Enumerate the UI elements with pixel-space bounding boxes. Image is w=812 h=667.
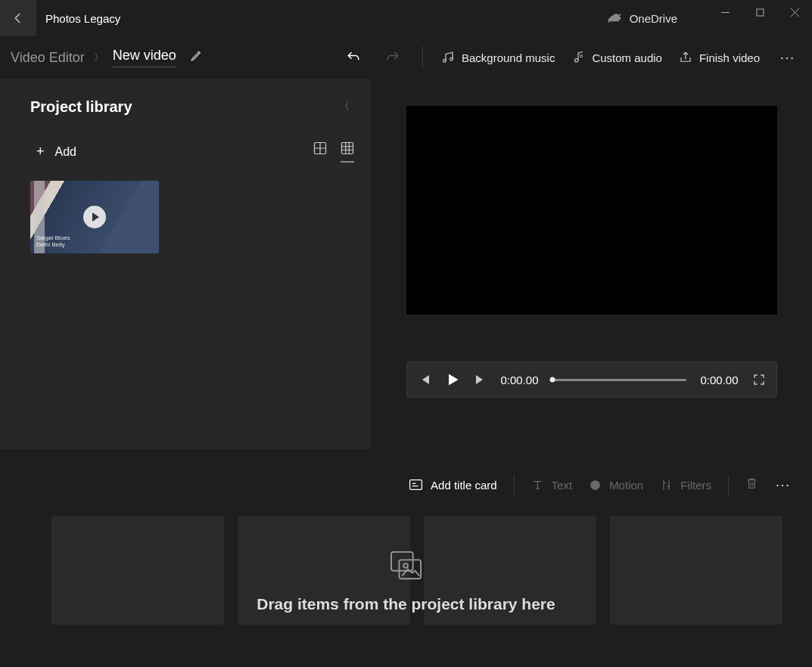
fullscreen-button[interactable] — [752, 373, 766, 386]
minimize-button[interactable] — [708, 0, 742, 24]
storyboard-separator — [514, 475, 515, 495]
storyboard-track[interactable]: Drag items from the project library here — [0, 516, 812, 652]
toolbar-more-button[interactable]: ⋯ — [773, 48, 801, 67]
redo-icon — [385, 50, 400, 65]
view-toggle-group — [313, 141, 354, 163]
trash-icon — [745, 476, 758, 490]
back-button[interactable] — [0, 0, 36, 36]
playback-controls: 0:00.00 0:00.00 — [406, 361, 777, 398]
undo-button[interactable] — [339, 43, 368, 72]
title-card-icon — [409, 479, 423, 491]
grid-large-icon — [313, 141, 327, 155]
library-clip-thumbnail[interactable]: Saigal Blues Delhi Belly — [30, 181, 159, 253]
motion-button: Motion — [589, 479, 643, 492]
storyboard-more-button[interactable]: ⋯ — [775, 476, 791, 494]
collapse-library-button[interactable]: 〈 — [334, 95, 354, 118]
breadcrumb: Video Editor 〉 New video — [11, 48, 203, 67]
motion-icon — [589, 479, 602, 492]
music-notes-icon — [441, 51, 455, 64]
preview-canvas[interactable] — [406, 106, 777, 315]
text-icon — [531, 479, 544, 492]
project-name[interactable]: New video — [113, 48, 176, 67]
filters-icon — [660, 479, 673, 492]
close-button[interactable] — [777, 0, 812, 24]
finish-video-button[interactable]: Finish video — [676, 46, 763, 69]
delete-clip-button — [745, 476, 758, 493]
onedrive-status[interactable]: OneDrive — [607, 12, 677, 25]
storyboard-area: Add title card Text Motion Filters ⋯ — [0, 449, 812, 652]
play-icon — [445, 372, 460, 387]
add-media-button[interactable]: + Add — [30, 139, 82, 164]
project-library-title: Project library — [30, 98, 132, 116]
title-bar: Photos Legacy OneDrive — [0, 0, 812, 36]
svg-point-3 — [575, 59, 579, 63]
text-button: Text — [531, 479, 573, 492]
svg-rect-6 — [410, 480, 422, 490]
pencil-icon — [190, 49, 203, 62]
add-title-card-button[interactable]: Add title card — [409, 479, 497, 492]
svg-rect-0 — [757, 9, 764, 16]
window-controls — [708, 0, 812, 24]
clip-caption: Saigal Blues Delhi Belly — [36, 234, 70, 249]
storyboard-separator — [728, 475, 729, 495]
play-overlay-icon — [83, 206, 106, 228]
grid-small-icon — [341, 141, 354, 155]
undo-icon — [346, 50, 361, 65]
storyboard-slot[interactable] — [51, 516, 224, 625]
svg-point-1 — [443, 60, 446, 63]
small-grid-view-button[interactable] — [341, 141, 354, 163]
export-icon — [679, 51, 692, 64]
filters-button: Filters — [660, 479, 711, 492]
seek-slider[interactable] — [552, 379, 687, 381]
toolbar-separator — [422, 46, 423, 69]
step-back-icon — [418, 373, 431, 386]
chevron-right-icon: 〉 — [94, 51, 104, 64]
arrow-left-icon — [11, 11, 25, 25]
storyboard-slot[interactable] — [610, 516, 782, 625]
onedrive-label: OneDrive — [630, 12, 677, 25]
main-area: Project library 〈 + Add Saigal Blues Del… — [0, 79, 812, 449]
custom-audio-button[interactable]: Custom audio — [568, 46, 665, 69]
redo-button — [378, 43, 407, 72]
plus-icon: + — [36, 144, 45, 160]
expand-icon — [752, 373, 766, 386]
breadcrumb-root[interactable]: Video Editor — [11, 50, 85, 66]
svg-point-2 — [450, 57, 453, 60]
audio-icon — [571, 51, 585, 64]
previous-frame-button[interactable] — [418, 373, 431, 386]
storyboard-toolbar: Add title card Text Motion Filters ⋯ — [0, 467, 812, 502]
editor-toolbar: Video Editor 〉 New video Background musi… — [0, 36, 812, 79]
step-forward-icon — [474, 373, 487, 386]
rename-button[interactable] — [190, 49, 203, 66]
maximize-button[interactable] — [742, 0, 777, 24]
play-button[interactable] — [445, 372, 460, 387]
cloud-off-icon — [607, 13, 622, 23]
svg-rect-5 — [342, 142, 353, 154]
preview-area: 0:00.00 0:00.00 — [371, 79, 812, 449]
storyboard-slot[interactable] — [424, 516, 596, 625]
total-time: 0:00.00 — [700, 374, 738, 386]
background-music-button[interactable]: Background music — [438, 46, 558, 69]
app-title: Photos Legacy — [45, 12, 120, 25]
project-library-panel: Project library 〈 + Add Saigal Blues Del… — [0, 79, 371, 449]
large-grid-view-button[interactable] — [313, 141, 327, 163]
storyboard-slot[interactable] — [238, 516, 410, 625]
current-time: 0:00.00 — [501, 374, 539, 386]
next-frame-button[interactable] — [474, 373, 487, 386]
